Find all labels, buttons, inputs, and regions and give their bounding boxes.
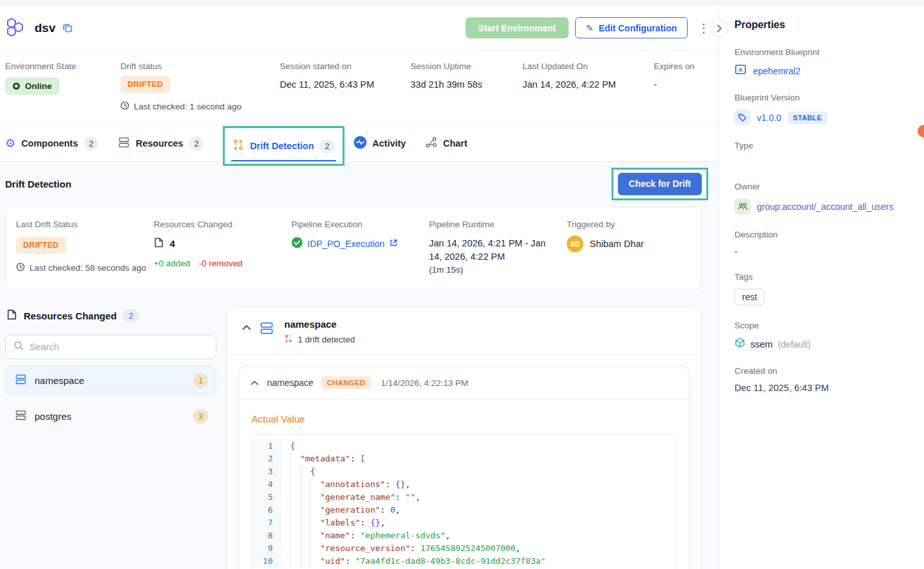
tags-field: Tags rest [734, 272, 912, 305]
chevron-right-icon [717, 24, 722, 33]
resource-detail-card: namespace [226, 307, 702, 569]
tag-chip: rest [734, 289, 765, 305]
last-updated-field: Last Updated On Jan 14, 2026, 4:22 PM [523, 61, 654, 112]
pipeline-runtime-field: Pipeline Runtime Jan 14, 2026, 4:21 PM -… [429, 220, 567, 275]
more-actions-kebab-icon[interactable]: ⋮ [698, 22, 709, 34]
collapse-chevron-up-icon[interactable] [242, 325, 251, 330]
code-line: 7 "labels": {}, [252, 517, 676, 529]
drift-count-badge: 1 [193, 373, 208, 388]
drift-detected-count: 1 drift detected [298, 335, 355, 344]
resources-changed-panel: Resources Changed 2 [5, 307, 216, 431]
chart-scatter-icon [425, 136, 437, 151]
blueprint-link[interactable]: epehemral2 [753, 66, 800, 76]
pencil-icon: ✎ [586, 24, 594, 33]
detail-resource-name: namespace [284, 319, 355, 330]
version-link[interactable]: v1.0.0 [757, 113, 781, 123]
tab-drift-detection[interactable]: Drift Detection 2 [232, 139, 334, 154]
tab-components[interactable]: ⚙ Components 2 [5, 137, 99, 150]
page-title: dsv [35, 21, 56, 35]
annotation-box-check-button: Check for Drift [612, 168, 708, 200]
code-line: 5 "generate_name": "", [252, 491, 676, 504]
online-ring-icon [13, 83, 20, 90]
success-check-icon [291, 237, 303, 251]
change-resource-name: namespace [267, 378, 313, 388]
added-count: +0 added [154, 259, 190, 268]
code-line: 9 "resource_version": 176545892524500700… [252, 542, 676, 555]
properties-sidebar: Properties Environment Blueprint A epehe… [719, 5, 924, 569]
actual-value-label: Actual Value [252, 413, 676, 424]
drift-count-badge: 3 [193, 409, 208, 424]
properties-title: Properties [734, 19, 912, 31]
actual-value-code-block[interactable]: 1{2 "metadata": [3 {4 "annotations": {},… [252, 434, 676, 569]
blueprint-icon: A [734, 64, 747, 77]
tab-badge: 2 [320, 140, 334, 153]
annotation-box-drift-tab: Drift Detection 2 [223, 126, 344, 166]
drift-detection-icon [232, 139, 244, 154]
status-badge-drifted: DRIFTED [120, 76, 170, 93]
group-users-icon [734, 198, 750, 214]
session-uptime-field: Session Uptime 33d 21h 39m 58s [410, 61, 523, 112]
search-icon [13, 341, 24, 353]
scope-field: Scope ssem (default) [734, 321, 912, 351]
code-line: 6 "generation": 0, [252, 504, 676, 517]
resource-stack-icon [259, 321, 274, 338]
pipeline-execution-link[interactable]: IDP_PO_Execution [307, 239, 385, 249]
environment-state-field: Environment State Online [5, 61, 120, 112]
clock-icon [120, 101, 129, 112]
session-started-field: Session started on Dec 11, 2025, 6:43 PM [280, 61, 410, 112]
clock-icon [16, 262, 25, 273]
status-badge-online: Online [5, 77, 60, 95]
resource-stack-icon [15, 373, 27, 388]
removed-count: -0 removed [199, 259, 242, 268]
resources-changed-field: Resources Changed 4 +0 added [154, 220, 291, 275]
check-for-drift-button[interactable]: Check for Drift [618, 173, 702, 195]
file-icon [154, 237, 164, 250]
gear-icon: ⚙ [5, 138, 15, 149]
last-drift-status-field: Last Drift Status DRIFTED Last checked: … [16, 220, 154, 275]
tab-badge: 2 [84, 137, 99, 150]
stable-badge: STABLE [788, 111, 827, 124]
list-item-namespace[interactable]: namespace 1 [5, 366, 216, 395]
external-link-icon[interactable] [389, 238, 398, 250]
tab-badge: 2 [189, 137, 204, 150]
code-line: 1{ [252, 440, 676, 453]
type-field: Type [734, 141, 912, 166]
avatar: SD [567, 236, 583, 252]
owner-field: Owner group:account/_account_all_users [734, 182, 912, 214]
drift-change-card: namespace CHANGED 1/14/2026, 4:22:13 PM … [238, 366, 690, 569]
start-environment-button[interactable]: Start Environment [466, 17, 569, 38]
expires-on-field: Expires on - [654, 61, 713, 112]
cube-icon [734, 337, 745, 351]
top-strip [0, 0, 924, 5]
collapse-sidebar-button[interactable] [710, 19, 728, 37]
created-on-field: Created on Dec 11, 2025, 6:43 PM [734, 366, 912, 393]
scope-default-suffix: (default) [778, 339, 811, 349]
environment-header: dsv Start Environment ✎ Edit Configurati… [0, 5, 718, 51]
tab-activity[interactable]: Activity [353, 136, 406, 152]
code-line: 2 "metadata": [ [252, 453, 676, 465]
search-input[interactable] [29, 342, 208, 352]
activity-pulse-icon [353, 136, 367, 152]
environment-blueprint-field: Environment Blueprint A epehemral2 [734, 47, 912, 77]
resources-changed-badge: 2 [123, 309, 139, 323]
main-column: dsv Start Environment ✎ Edit Configurati… [0, 5, 719, 569]
blueprint-version-field: Blueprint Version v1.0.0 STABLE [734, 93, 912, 125]
triggered-by-field: Triggered by SD Shibam Dhar [567, 220, 691, 275]
scope-value: ssem [750, 339, 773, 349]
description-field: Description - [734, 230, 912, 257]
list-item-postgres[interactable]: postgres 3 [5, 402, 216, 431]
collapse-chevron-up-icon[interactable] [250, 380, 259, 385]
drift-summary-card: Last Drift Status DRIFTED Last checked: … [5, 207, 702, 289]
drift-status-field: Drift status DRIFTED Last checked: 1 sec… [120, 61, 280, 112]
section-title: Drift Detection [5, 179, 71, 189]
drift-detection-panel: Drift Detection Check for Drift Last Dri… [0, 162, 718, 569]
environment-logo-icon [5, 16, 27, 40]
resource-search[interactable] [5, 335, 216, 359]
owner-link[interactable]: group:account/_account_all_users [757, 202, 893, 212]
environment-info-row: Environment State Online Drift status DR… [0, 51, 718, 125]
tab-chart[interactable]: Chart [425, 136, 467, 151]
tab-resources[interactable]: Resources 2 [118, 136, 204, 151]
status-badge-changed: CHANGED [321, 376, 370, 389]
copy-name-icon[interactable] [62, 22, 73, 33]
edit-configuration-button[interactable]: ✎ Edit Configuration [575, 17, 688, 38]
